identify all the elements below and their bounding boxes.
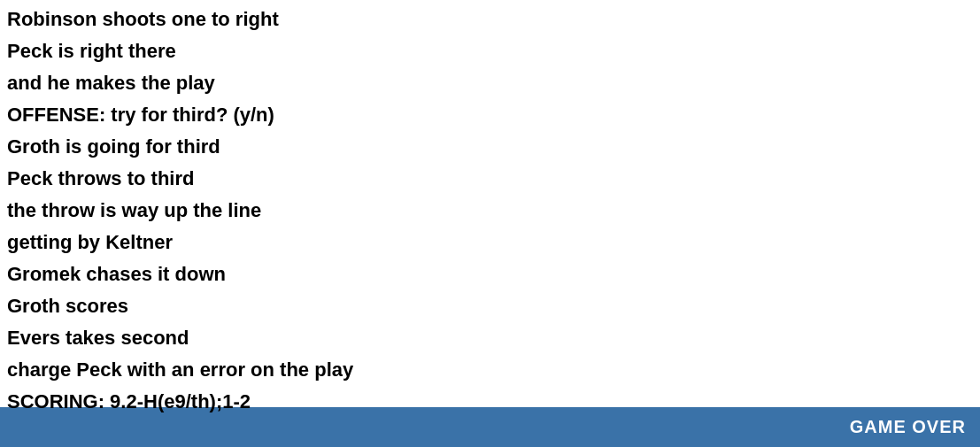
line-11: Evers takes second <box>7 322 973 354</box>
line-8: getting by Keltner <box>7 227 973 258</box>
line-9: Gromek chases it down <box>7 258 973 290</box>
line-10: Groth scores <box>7 290 973 322</box>
line-7: the throw is way up the line <box>7 195 973 227</box>
game-over-label: GAME OVER <box>850 417 966 437</box>
line-4: OFFENSE: try for third? (y/n) <box>7 99 973 131</box>
line-12: charge Peck with an error on the play <box>7 354 973 386</box>
line-3: and he makes the play <box>7 67 973 99</box>
line-1: Robinson shoots one to right <box>7 4 973 35</box>
line-6: Peck throws to third <box>7 163 973 195</box>
line-5: Groth is going for third <box>7 131 973 163</box>
game-log: Robinson shoots one to right Peck is rig… <box>0 0 980 407</box>
line-2: Peck is right there <box>7 35 973 67</box>
